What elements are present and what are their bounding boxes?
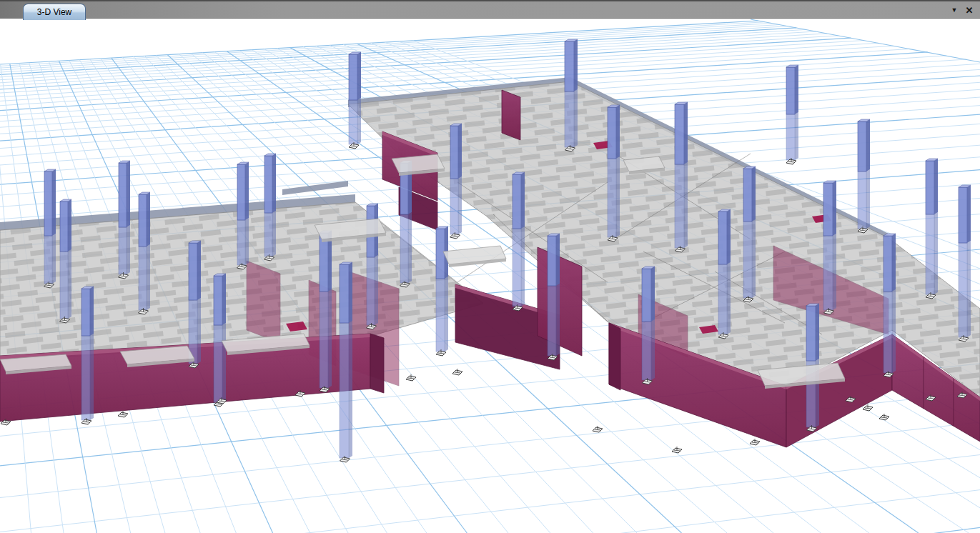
column-lower[interactable]: [565, 91, 574, 147]
column-side-face: [197, 241, 201, 300]
column-lower-side: [197, 298, 201, 364]
column[interactable]: [565, 41, 574, 91]
column-lower[interactable]: [926, 214, 934, 294]
column-lower-side: [833, 234, 836, 310]
column[interactable]: [450, 126, 458, 179]
column-side-face: [147, 192, 150, 246]
column-side-face: [574, 39, 578, 91]
column-side-face: [795, 65, 798, 114]
column[interactable]: [189, 243, 197, 300]
column-lower[interactable]: [548, 286, 556, 356]
column-lower-side: [52, 234, 56, 284]
column-lower[interactable]: [959, 243, 967, 337]
column-lower[interactable]: [858, 171, 866, 229]
3d-viewport[interactable]: [0, 0, 980, 533]
column-side-face: [127, 161, 130, 227]
column-lower[interactable]: [513, 229, 521, 307]
wall-panel[interactable]: [502, 90, 520, 140]
support-glyph[interactable]: [118, 411, 128, 417]
close-icon[interactable]: ✕: [963, 1, 976, 19]
column-lower-side: [752, 219, 756, 298]
column-lower[interactable]: [60, 251, 68, 319]
column-lower[interactable]: [642, 322, 651, 380]
column-lower[interactable]: [884, 292, 892, 373]
column[interactable]: [548, 236, 556, 286]
column-lower-side: [556, 284, 560, 356]
column-lower[interactable]: [823, 236, 833, 310]
wall-panel[interactable]: [370, 334, 384, 393]
column-lower[interactable]: [367, 257, 375, 325]
column-lower[interactable]: [119, 227, 127, 274]
column-lower[interactable]: [349, 100, 357, 144]
tab-3d-view[interactable]: 3-D View: [23, 4, 86, 20]
column-lower[interactable]: [44, 236, 52, 284]
column-lower-side: [328, 289, 332, 388]
column[interactable]: [786, 67, 795, 114]
column-lower[interactable]: [320, 292, 328, 388]
column-lower[interactable]: [264, 213, 272, 256]
grid-line-a: [0, 527, 980, 533]
column[interactable]: [718, 211, 727, 264]
support-glyph[interactable]: [879, 414, 889, 420]
grid-line-a: [0, 21, 758, 64]
column-side-face: [52, 169, 56, 236]
column-side-face: [651, 266, 655, 322]
column[interactable]: [959, 187, 967, 243]
support-glyph[interactable]: [593, 426, 603, 432]
column[interactable]: [806, 306, 816, 361]
column[interactable]: [139, 194, 147, 246]
column[interactable]: [340, 264, 349, 323]
column-lower[interactable]: [450, 179, 458, 234]
wall-panel-interior[interactable]: [247, 261, 280, 343]
support-glyph[interactable]: [406, 374, 416, 381]
column-lower-side: [272, 211, 276, 256]
column[interactable]: [743, 169, 752, 221]
column[interactable]: [44, 171, 52, 236]
column-lower[interactable]: [139, 246, 147, 310]
tab-dropdown-icon[interactable]: ▼: [947, 1, 961, 19]
column[interactable]: [119, 163, 127, 227]
support-glyph[interactable]: [750, 439, 760, 445]
column[interactable]: [608, 107, 616, 159]
column[interactable]: [60, 201, 68, 251]
column[interactable]: [349, 54, 357, 100]
column-lower[interactable]: [786, 114, 795, 160]
column[interactable]: [81, 289, 90, 336]
support-glyph[interactable]: [672, 447, 682, 453]
column-side-face: [357, 52, 361, 100]
column[interactable]: [264, 156, 272, 213]
column[interactable]: [214, 276, 222, 325]
column-lower-side: [375, 255, 378, 325]
column-lower[interactable]: [743, 221, 752, 298]
column-lower[interactable]: [718, 264, 727, 334]
column[interactable]: [884, 236, 892, 292]
column[interactable]: [642, 269, 651, 322]
column-side-face: [349, 262, 352, 323]
column-lower-side: [349, 321, 352, 458]
column-lower[interactable]: [237, 220, 245, 265]
wall-panel[interactable]: [609, 323, 620, 390]
column[interactable]: [513, 174, 521, 229]
column-lower[interactable]: [436, 279, 445, 352]
column-side-face: [892, 234, 896, 292]
column[interactable]: [823, 183, 833, 236]
grid-line-a: [0, 25, 779, 70]
column[interactable]: [926, 161, 934, 214]
column-lower[interactable]: [340, 323, 349, 458]
column-side-face: [68, 199, 71, 251]
column-lower[interactable]: [214, 325, 222, 402]
column[interactable]: [436, 229, 445, 279]
column[interactable]: [237, 164, 245, 220]
support-glyph[interactable]: [452, 369, 462, 375]
column-side-face: [556, 234, 560, 286]
column-lower-side: [892, 289, 896, 373]
column[interactable]: [858, 121, 866, 171]
column-lower[interactable]: [400, 214, 408, 283]
column-lower-side: [458, 176, 462, 234]
column-side-face: [866, 119, 870, 171]
column-lower[interactable]: [675, 164, 684, 248]
3d-model-canvas[interactable]: [0, 0, 980, 533]
column-lower[interactable]: [81, 336, 90, 420]
column[interactable]: [675, 104, 684, 164]
column-lower[interactable]: [608, 159, 616, 237]
